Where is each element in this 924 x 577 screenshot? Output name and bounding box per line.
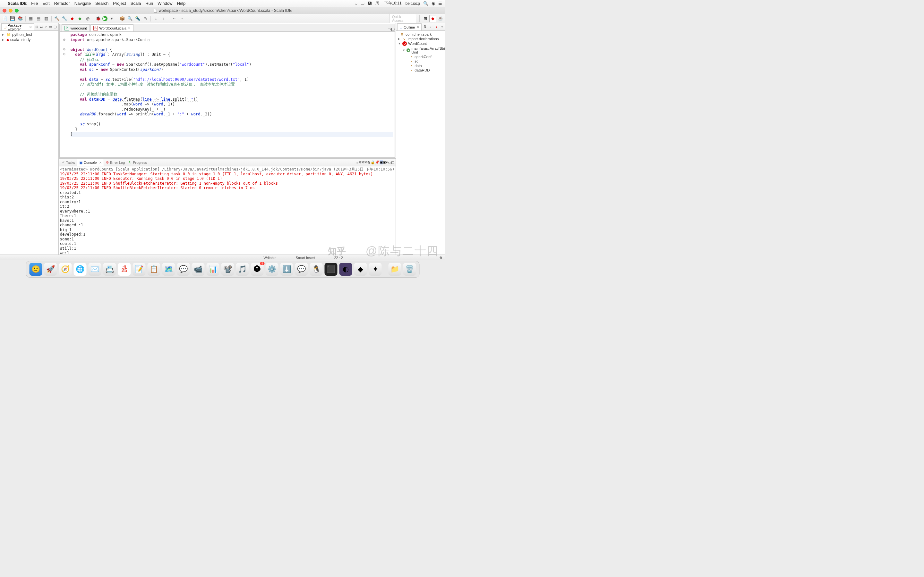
spotlight-icon[interactable]: 🔍 xyxy=(423,1,428,6)
clear-console-icon[interactable]: 🗑 xyxy=(367,161,371,164)
expand-arrow-icon[interactable]: ▶ xyxy=(398,37,401,40)
dock-eclipse-icon[interactable]: ◐ xyxy=(339,263,352,276)
editor-gutter[interactable]: ⊕ ⊖ ⊖ xyxy=(60,32,69,157)
tab-console[interactable]: ▣Console✕ xyxy=(77,159,104,166)
dock-safari-icon[interactable]: 🧭 xyxy=(59,263,72,276)
dock-reminders-icon[interactable]: 📋 xyxy=(148,263,160,276)
terminate-icon[interactable]: ■ xyxy=(357,161,359,164)
outline-val-sc[interactable]: ▪sc xyxy=(398,59,445,63)
next-annotation-button[interactable]: ↓ xyxy=(152,15,160,22)
coverage-button[interactable]: ◆ xyxy=(76,15,83,22)
menu-search[interactable]: Search xyxy=(95,1,108,6)
menu-navigate[interactable]: Navigate xyxy=(74,1,91,6)
show-whitespace-button[interactable]: ▤ xyxy=(35,15,42,22)
input-source-icon[interactable]: A xyxy=(368,2,372,5)
fold-minus-icon[interactable]: ⊖ xyxy=(60,52,69,56)
menu-run[interactable]: Run xyxy=(145,1,153,6)
minimize-view-icon[interactable]: ▭ xyxy=(48,24,52,29)
dock-preferences-icon[interactable]: ⚙️ xyxy=(266,263,278,276)
outline-val-datardd[interactable]: ▪dataRDD xyxy=(398,68,445,73)
battery-icon[interactable]: ▭ xyxy=(360,1,365,6)
close-icon[interactable]: ✕ xyxy=(99,161,102,164)
menu-project[interactable]: Project xyxy=(113,1,126,6)
run-last-button[interactable]: ▾ xyxy=(108,15,115,22)
outline-val-data[interactable]: ▪data xyxy=(398,63,445,68)
menu-help[interactable]: Help xyxy=(177,1,186,6)
dock-downloads-icon[interactable]: 📁 xyxy=(389,263,401,276)
search-button[interactable]: 🔦 xyxy=(134,15,141,22)
mark-occurrences-button[interactable]: ▥ xyxy=(43,15,50,22)
dock-launchpad-icon[interactable]: 🚀 xyxy=(44,263,57,276)
prev-annotation-button[interactable]: ↑ xyxy=(160,15,167,22)
build-button[interactable]: 🔨 xyxy=(53,15,60,22)
save-all-button[interactable]: 📚 xyxy=(17,15,24,22)
outline-object[interactable]: ▼OWordCount xyxy=(398,41,445,46)
tab-progress[interactable]: ↻Progress xyxy=(127,160,149,165)
remove-launch-icon[interactable]: ✖ xyxy=(359,160,361,164)
dock-mail-icon[interactable]: ✉️ xyxy=(89,263,102,276)
editor-tab-wordcount-py[interactable]: P wordcount xyxy=(61,24,90,31)
sort-icon[interactable]: ⇅ xyxy=(422,24,427,29)
menu-refactor[interactable]: Refactor xyxy=(54,1,70,6)
package-explorer-tree[interactable]: ▶ 📁 python_test ▶ ◆ scala_study xyxy=(0,31,58,44)
dock-numbers-icon[interactable]: 📊 xyxy=(207,263,220,276)
hide-fields-icon[interactable]: ◦ xyxy=(428,24,433,29)
editor-tab-wordcount-scala[interactable]: S WordCount.scala ✕ xyxy=(90,24,134,31)
build-all-button[interactable]: 🔧 xyxy=(61,15,68,22)
outline-package[interactable]: ⊞com.chen.spark xyxy=(398,32,445,37)
annotations-button[interactable]: ✎ xyxy=(142,15,149,22)
macos-menubar[interactable]: Scala IDE File Edit Refactor Navigate Se… xyxy=(0,0,445,7)
dock-messages-icon[interactable]: 💬 xyxy=(177,263,190,276)
dock-keynote-icon[interactable]: 📽️ xyxy=(221,263,234,276)
outline-val-sparkconf[interactable]: ▪sparkConf xyxy=(398,55,445,59)
project-scala-study[interactable]: ▶ ◆ scala_study xyxy=(2,37,57,42)
user-name[interactable]: beituocp xyxy=(405,1,420,6)
console-output[interactable]: <terminated> WordCount$ [Scala Applicati… xyxy=(59,166,396,255)
dock-trash-icon[interactable]: 🗑️ xyxy=(403,263,416,276)
run-button[interactable]: ▶ xyxy=(102,16,107,21)
package-explorer-tab[interactable]: ⊞ Package Explorer ✕ xyxy=(1,23,34,31)
menu-edit[interactable]: Edit xyxy=(42,1,49,6)
fold-plus-icon[interactable]: ⊕ xyxy=(60,37,69,42)
view-menu-icon[interactable]: ▿ xyxy=(439,24,445,29)
code-area[interactable]: package com.chen.spark import org.apache… xyxy=(69,32,395,157)
app-name[interactable]: Scala IDE xyxy=(8,1,27,6)
filter-icon[interactable]: ▿ xyxy=(44,24,48,29)
maximize-view-icon[interactable]: ▢ xyxy=(53,24,57,29)
expand-arrow-icon[interactable]: ▶ xyxy=(2,38,5,41)
hide-static-icon[interactable]: ● xyxy=(434,24,439,29)
display-console-icon[interactable]: ▣ xyxy=(380,160,383,164)
collapse-arrow-icon[interactable]: ▼ xyxy=(398,42,401,45)
toggle-block-button[interactable]: ▦ xyxy=(27,15,34,22)
fold-minus-icon[interactable]: ⊖ xyxy=(60,47,69,52)
dock-qq-icon[interactable]: 🐧 xyxy=(310,263,323,276)
debug-button[interactable]: 🐞 xyxy=(95,15,102,22)
dock-app-icon[interactable]: ◆ xyxy=(354,263,367,276)
save-button[interactable]: 💾 xyxy=(9,15,16,22)
outline-tab[interactable]: ⊟ Outline ✕ xyxy=(397,23,422,31)
remove-all-icon[interactable]: ✖✖ xyxy=(361,160,367,164)
java-perspective-button[interactable]: ☕ xyxy=(437,15,444,22)
close-icon[interactable]: ✕ xyxy=(29,25,32,29)
maximize-editor-icon[interactable]: ▢ xyxy=(391,27,395,31)
interpreter-button[interactable]: ◎ xyxy=(84,15,91,22)
dock-terminal-icon[interactable]: ⬛ xyxy=(325,263,338,276)
open-perspective-button[interactable]: ⊞ xyxy=(422,15,429,22)
dock-contacts-icon[interactable]: 📇 xyxy=(103,263,116,276)
link-editor-icon[interactable]: ⇄ xyxy=(39,24,43,29)
dock-xunlei-icon[interactable]: ⬇️ xyxy=(280,263,293,276)
pin-console-icon[interactable]: 📌 xyxy=(375,160,380,164)
scala-perspective-button[interactable]: ◆ xyxy=(429,15,436,22)
new-package-button[interactable]: 📦 xyxy=(119,15,126,22)
outline-main[interactable]: ▼●main(args: Array[String]): Unit xyxy=(398,46,445,55)
tab-error-log[interactable]: ⊘Error Log xyxy=(104,160,127,165)
dock-wechat-icon[interactable]: 💬 xyxy=(295,263,308,276)
menu-file[interactable]: File xyxy=(31,1,38,6)
expand-arrow-icon[interactable]: ▶ xyxy=(2,33,5,36)
dock-app-icon[interactable]: ✦ xyxy=(369,263,382,276)
dock-chrome-icon[interactable]: 🌐 xyxy=(74,263,87,276)
menu-window[interactable]: Window xyxy=(158,1,172,6)
dock-itunes-icon[interactable]: 🎵 xyxy=(236,263,249,276)
wifi-icon[interactable]: ⌵ xyxy=(355,1,357,6)
siri-icon[interactable]: ◉ xyxy=(431,1,435,6)
